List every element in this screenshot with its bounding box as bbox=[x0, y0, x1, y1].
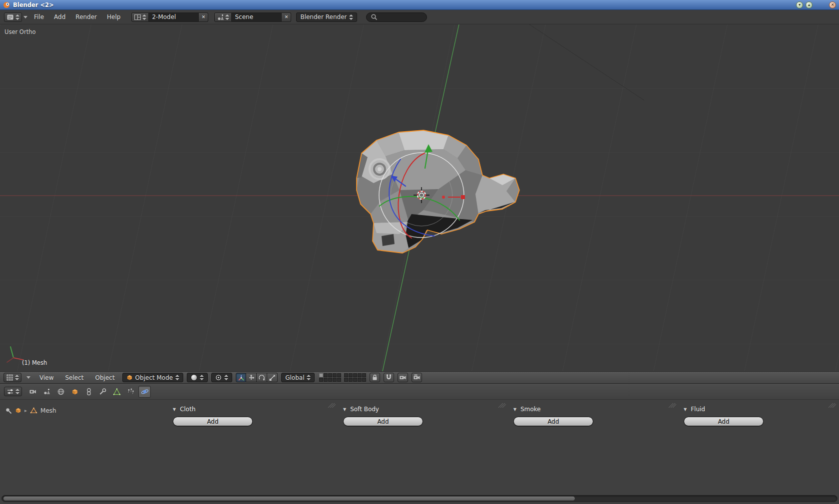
editor-type-select-info[interactable] bbox=[4, 12, 22, 22]
tab-modifiers[interactable] bbox=[96, 386, 109, 398]
screen-layout-browse-button[interactable] bbox=[131, 12, 149, 22]
x-handle-dot[interactable] bbox=[442, 196, 445, 199]
editor-type-select-viewport[interactable] bbox=[3, 373, 21, 382]
panel-expand-icon[interactable]: ▼ bbox=[343, 407, 346, 412]
manipulator-toggle-button[interactable] bbox=[236, 373, 246, 382]
layer-cell[interactable] bbox=[333, 373, 337, 377]
menu-help[interactable]: Help bbox=[102, 10, 125, 24]
properties-header bbox=[0, 384, 839, 400]
layer-cell[interactable] bbox=[328, 373, 332, 377]
smoke-add-button[interactable]: Add bbox=[513, 417, 593, 426]
manipulator-axes-icon bbox=[238, 374, 245, 381]
manipulator-rotate-button[interactable] bbox=[257, 373, 267, 382]
object-mode-icon bbox=[126, 374, 133, 381]
header-menu-button[interactable] bbox=[23, 16, 27, 18]
viewport-editor-icon bbox=[6, 374, 13, 381]
layer-cell[interactable] bbox=[319, 378, 323, 382]
menu-add[interactable]: Add bbox=[49, 10, 70, 24]
layer-cell[interactable] bbox=[344, 378, 348, 382]
manipulator-translate-button[interactable] bbox=[246, 373, 257, 382]
layer-cell[interactable] bbox=[362, 378, 366, 382]
pivot-point-select[interactable] bbox=[211, 373, 232, 382]
pin-icon[interactable] bbox=[5, 407, 12, 414]
viewport-3d[interactable]: User Ortho (1) Mesh bbox=[0, 24, 839, 371]
layer-cell[interactable] bbox=[344, 373, 348, 377]
tab-scene[interactable] bbox=[40, 386, 53, 398]
screen-layout-unlink-button[interactable]: ✕ bbox=[199, 12, 208, 22]
transform-orientation-select[interactable]: Global bbox=[281, 373, 315, 382]
opengl-render-anim-button[interactable] bbox=[412, 373, 422, 382]
panel-drag-grip[interactable] bbox=[828, 403, 837, 408]
layer-cell[interactable] bbox=[337, 373, 341, 377]
layer-cell[interactable] bbox=[353, 373, 357, 377]
physics-tab-icon bbox=[141, 388, 149, 396]
horizontal-scrollbar-thumb[interactable] bbox=[3, 496, 575, 501]
tab-particles[interactable] bbox=[124, 386, 137, 398]
layer-cell[interactable] bbox=[337, 378, 341, 382]
opengl-render-button[interactable] bbox=[398, 373, 408, 382]
search-input[interactable] bbox=[380, 13, 422, 20]
panel-smoke-header[interactable]: ▼ Smoke bbox=[513, 406, 593, 413]
layer-cell[interactable] bbox=[358, 378, 362, 382]
scene-unlink-button[interactable]: ✕ bbox=[282, 12, 291, 22]
viewport-canvas[interactable] bbox=[0, 24, 839, 371]
soft-body-add-button[interactable]: Add bbox=[343, 417, 423, 426]
mode-select[interactable]: Object Mode bbox=[122, 373, 184, 382]
layer-cell[interactable] bbox=[319, 373, 323, 377]
layer-cell[interactable] bbox=[333, 378, 337, 382]
panel-expand-icon[interactable]: ▼ bbox=[173, 407, 176, 412]
panel-cloth-header[interactable]: ▼ Cloth bbox=[173, 406, 253, 413]
tab-physics[interactable] bbox=[138, 386, 151, 398]
tab-world[interactable] bbox=[54, 386, 67, 398]
menu-view[interactable]: View bbox=[35, 372, 57, 383]
menu-select[interactable]: Select bbox=[61, 372, 87, 383]
menu-render[interactable]: Render bbox=[70, 10, 102, 24]
layer-cell[interactable] bbox=[362, 373, 366, 377]
panel-fluid-header[interactable]: ▼ Fluid bbox=[684, 406, 764, 413]
pivot-icon bbox=[215, 374, 222, 381]
tab-object[interactable] bbox=[68, 386, 81, 398]
search-box[interactable] bbox=[366, 12, 427, 22]
maximize-button[interactable]: ▴ bbox=[806, 1, 813, 8]
panel-drag-grip[interactable] bbox=[498, 403, 506, 408]
scene-name-input[interactable] bbox=[232, 12, 282, 22]
minimize-button[interactable]: ▾ bbox=[796, 1, 803, 8]
header-menu-button[interactable] bbox=[26, 376, 30, 379]
panel-expand-icon[interactable]: ▼ bbox=[684, 407, 687, 412]
manipulator-buttons bbox=[236, 373, 278, 382]
layer-cell[interactable] bbox=[358, 373, 362, 377]
layer-cell[interactable] bbox=[353, 378, 357, 382]
cloth-add-button[interactable]: Add bbox=[173, 417, 253, 426]
tab-object-data[interactable] bbox=[110, 386, 123, 398]
tab-constraints[interactable] bbox=[82, 386, 95, 398]
panel-drag-grip[interactable] bbox=[668, 403, 677, 408]
titlebar[interactable]: Blender <2> ▾ ▴ ✕ bbox=[0, 0, 839, 10]
modifiers-tab-icon bbox=[99, 388, 107, 396]
layer-cell[interactable] bbox=[324, 378, 328, 382]
tab-render[interactable] bbox=[26, 386, 39, 398]
panel-soft-body-header[interactable]: ▼ Soft Body bbox=[343, 406, 423, 413]
panel-expand-icon[interactable]: ▼ bbox=[513, 407, 516, 412]
screen-layout-name-input[interactable] bbox=[149, 12, 199, 22]
layer-cell[interactable] bbox=[349, 378, 353, 382]
scene-browse-button[interactable] bbox=[214, 12, 232, 22]
panel-drag-grip[interactable] bbox=[328, 403, 336, 408]
layer-cell[interactable] bbox=[328, 378, 332, 382]
render-engine-select[interactable]: Blender Render bbox=[296, 12, 357, 22]
x-scale-handle[interactable] bbox=[461, 195, 465, 199]
scene-lock-button[interactable] bbox=[370, 373, 380, 382]
menu-file[interactable]: File bbox=[29, 10, 49, 24]
horizontal-scrollbar-track[interactable] bbox=[1, 495, 838, 502]
viewport-shading-select[interactable] bbox=[187, 373, 208, 382]
layer-cell[interactable] bbox=[349, 373, 353, 377]
breadcrumb-chevron-icon: ▸ bbox=[24, 408, 27, 413]
editor-type-select-properties[interactable] bbox=[4, 387, 22, 396]
fluid-add-button[interactable]: Add bbox=[684, 417, 764, 426]
close-button[interactable]: ✕ bbox=[829, 1, 836, 8]
translate-icon bbox=[248, 374, 255, 381]
layer-cell[interactable] bbox=[324, 373, 328, 377]
active-object-label: (1) Mesh bbox=[22, 359, 47, 366]
snap-button[interactable] bbox=[384, 373, 394, 382]
menu-object[interactable]: Object bbox=[91, 372, 119, 383]
manipulator-scale-button[interactable] bbox=[267, 373, 278, 382]
